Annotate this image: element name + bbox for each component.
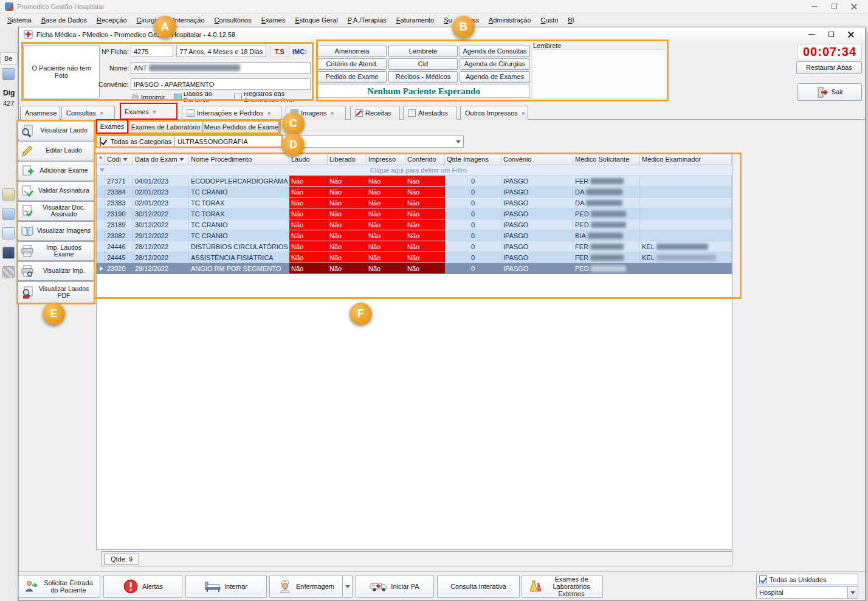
exam-row[interactable]: 23189 30/12/2022 TC CRANIO Não Não Não N… <box>97 219 732 230</box>
subtab-exames-laboratorio[interactable]: Exames de Laboratório <box>128 121 203 133</box>
internar-button[interactable]: Internar <box>185 575 267 598</box>
visualizar-imagens-button[interactable]: Visualizar Imagens <box>18 221 94 241</box>
menu-exames[interactable]: Exames <box>257 13 291 27</box>
imp-laudos-exame-button[interactable]: Imp. Laudos Exame <box>18 241 94 261</box>
menu-estoque-geral[interactable]: Estoque Geral <box>290 13 342 27</box>
menu-consultorios[interactable]: Consultórios <box>210 13 257 27</box>
visualizar-imp-button[interactable]: Visualizar Imp. <box>18 261 94 281</box>
dropdown-arrow-icon[interactable] <box>847 587 858 598</box>
exam-row[interactable]: 27371 04/01/2023 ECODOPPLERCARDIOGRAMA N… <box>97 176 732 187</box>
menu-pa-terapias[interactable]: P.A./Terapias <box>343 13 391 27</box>
ficha-input[interactable]: 4275 <box>131 46 173 57</box>
main-close-button[interactable] <box>844 1 863 13</box>
recibos-medicos-button[interactable]: Recibos - Médicos <box>388 71 458 83</box>
column-header-laudo[interactable]: Laudo <box>289 154 328 165</box>
visualizar-laudo-button[interactable]: Visualizar Laudo <box>18 121 94 140</box>
subtab-meus-pedidos[interactable]: Meus Pedidos de Exame <box>204 121 279 133</box>
exam-row[interactable]: 23383 02/01/2023 TC TORAX Não Não Não Nã… <box>97 197 732 208</box>
menu-custo[interactable]: Custo <box>536 13 563 27</box>
main-minimize-button[interactable] <box>805 1 824 13</box>
close-icon[interactable]: × <box>153 108 156 115</box>
convenio-field[interactable]: IPASGO - APARTAMENTO <box>131 78 311 90</box>
column-header-medico-solicitante[interactable]: Médico Solicitante <box>573 154 640 165</box>
menu-caixa[interactable]: Caixa <box>457 13 484 27</box>
exames-laboratorios-externos-button[interactable]: Exames de Laboratórios Externos <box>522 575 603 598</box>
patient-name-input[interactable]: ANT <box>131 62 311 74</box>
dados-do-paciente-button[interactable]: Dados do Paciente <box>174 92 226 102</box>
column-header-conferido[interactable]: Conferido <box>405 154 445 165</box>
amenorreia-button[interactable]: Amenorreia <box>317 46 387 57</box>
grid-indicator-header[interactable]: * <box>97 154 105 165</box>
exam-row[interactable]: 24445 28/12/2022 ASSISTÊNCIA FISIÁTRICA … <box>97 252 732 263</box>
enfermagem-button[interactable]: Enfermagem <box>269 575 343 598</box>
unidade-combobox[interactable]: Hospital <box>756 586 858 599</box>
column-header-data-exame[interactable]: Data do Exam <box>133 154 189 165</box>
visualizar-laudos-pdf-button[interactable]: Visualizar Laudos PDF <box>18 281 94 303</box>
tab-receitas[interactable]: Receitas <box>350 106 400 120</box>
tab-exames[interactable]: Exames× <box>120 103 177 120</box>
menu-recepcao[interactable]: Recepção <box>92 13 132 27</box>
exam-row[interactable]: 23190 30/12/2022 TC TORAX Não Não Não Nã… <box>97 208 732 219</box>
iniciar-pa-button[interactable]: Iniciar PA <box>356 575 434 598</box>
adicionar-exame-button[interactable]: Adicionar Exame <box>18 161 94 180</box>
grid-filter-row[interactable]: Clique aqui para definir um Filtro <box>97 165 732 176</box>
close-icon[interactable]: × <box>100 109 103 117</box>
agenda-exames-button[interactable]: Agenda de Exames <box>460 71 530 83</box>
menu-faturamento[interactable]: Faturamento <box>391 13 439 27</box>
todas-unidades-checkbox[interactable] <box>759 575 767 583</box>
imc-label[interactable]: IMC: <box>292 48 307 55</box>
menu-suprimentos[interactable]: Su <box>439 13 456 27</box>
tab-imagens[interactable]: Imagens× <box>286 106 346 120</box>
close-icon[interactable]: × <box>267 109 270 117</box>
main-maximize-button[interactable] <box>824 1 844 13</box>
column-header-qtde-imagens[interactable]: Qtde Imagens <box>445 154 501 165</box>
column-header-nome-procedimento[interactable]: Nome Procedimento <box>189 154 289 165</box>
exam-row[interactable]: 23384 02/01/2023 TC CRANIO Não Não Não N… <box>97 187 732 197</box>
todas-categorias-checkbox[interactable] <box>100 137 101 146</box>
categoria-combobox[interactable]: ULTRASSONOGRAFIA <box>174 136 464 148</box>
lembrete-button[interactable]: Lembrete <box>388 46 458 57</box>
agenda-consultas-button[interactable]: Agenda de Consultas <box>460 46 530 57</box>
dropdown-arrow-icon[interactable] <box>456 140 461 143</box>
cid-button[interactable]: Cid <box>388 58 458 70</box>
validar-assinatura-button[interactable]: Validar Assinatura <box>18 181 94 201</box>
window-maximize-button[interactable] <box>821 29 841 41</box>
menu-cirurgias[interactable]: Cirurgias <box>132 13 168 27</box>
enfermagem-dropdown-button[interactable] <box>342 575 353 598</box>
alertas-button[interactable]: Alertas <box>103 575 182 598</box>
pedido-exame-button[interactable]: Pedido de Exame <box>317 71 387 83</box>
column-header-medico-examinador[interactable]: Médico Examinador <box>640 154 732 165</box>
tab-outros-impressos[interactable]: Outros Impressos× <box>460 106 528 120</box>
sair-button[interactable]: Sair <box>797 83 862 101</box>
menu-bi[interactable]: BI <box>563 13 579 27</box>
column-header-impresso[interactable]: Impresso <box>367 154 405 165</box>
subtab-exames[interactable]: Exames <box>97 120 128 133</box>
registros-anamneses-button[interactable]: Registros das Anamneses (Log <box>234 92 314 102</box>
tab-anamnese[interactable]: Anamnese <box>20 106 60 120</box>
menu-internacao[interactable]: Internação <box>168 13 210 27</box>
ts-button[interactable]: T.S <box>270 46 289 57</box>
exam-row-selected[interactable]: 23020 28/12/2022 ANGIO RM POR SEGMENTO N… <box>97 263 732 274</box>
lembrete-memo[interactable] <box>532 49 666 99</box>
menu-administracao[interactable]: Administração <box>484 13 536 27</box>
tab-internacoes-pedidos[interactable]: Internações e Pedidos× <box>182 106 281 120</box>
column-header-liberado[interactable]: Liberado <box>328 154 367 165</box>
column-header-codigo[interactable]: Códi <box>105 154 133 165</box>
restaurar-abas-button[interactable]: Restaurar Abas <box>796 61 862 74</box>
criterio-atend-button[interactable]: Critério de Atend. <box>317 58 387 70</box>
window-close-button[interactable] <box>841 29 860 41</box>
agenda-cirurgias-button[interactable]: Agenda de Cirurgias <box>460 58 530 70</box>
close-icon[interactable]: × <box>522 109 525 117</box>
consulta-interativa-button[interactable]: Consulta Interativa <box>437 575 520 598</box>
exam-row[interactable]: 24446 28/12/2022 DISTÚRBIOS CIRCULATÓRIO… <box>97 241 732 252</box>
visualizar-doc-assinado-button[interactable]: Visualizar Doc. Assinado <box>18 201 94 221</box>
tab-atestados[interactable]: Atestados <box>403 106 457 120</box>
menu-base-de-dados[interactable]: Base de Dados <box>36 13 92 27</box>
solicitar-entrada-button[interactable]: Solicitar Entrada do Paciente <box>18 575 100 598</box>
imprimir-button[interactable]: Imprimir <box>131 94 165 101</box>
editar-laudo-button[interactable]: Editar Laudo <box>18 141 94 160</box>
exam-row[interactable]: 23082 29/12/2022 TC CRANIO Não Não Não N… <box>97 230 732 241</box>
close-icon[interactable]: × <box>330 109 334 117</box>
column-header-convenio[interactable]: Convênio <box>501 154 573 165</box>
window-minimize-button[interactable] <box>802 29 821 41</box>
